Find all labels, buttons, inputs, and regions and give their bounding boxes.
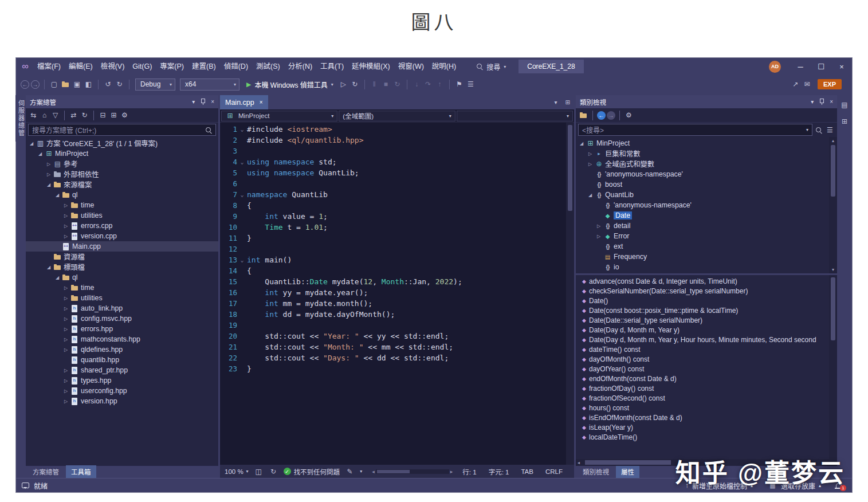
tree-item[interactable]: ▷version.cpp	[26, 231, 218, 241]
solution-name-chip[interactable]: CoreEXE_1_28	[519, 60, 583, 73]
code-line[interactable]: 18 int dd = mydate.dayOfMonth();	[220, 309, 566, 320]
scroll-left-icon[interactable]: ◂	[578, 459, 580, 466]
minimize-button[interactable]: ─	[790, 58, 811, 75]
solution-search-box[interactable]: 搜尋方案總管 (Ctrl+;)	[28, 124, 216, 136]
save-icon[interactable]: ▣	[72, 80, 82, 89]
properties-icon[interactable]: ⚙	[120, 111, 129, 120]
window-list-icon[interactable]: ⊞	[561, 99, 574, 105]
scrollbar-thumb[interactable]	[831, 277, 835, 340]
expander-closed-icon[interactable]: ▷	[45, 162, 53, 167]
hscroll-track[interactable]	[376, 469, 449, 474]
close-icon[interactable]: ×	[830, 99, 833, 105]
tree-item[interactable]: ◢⊞MinProject	[576, 138, 829, 148]
server-explorer-vertical-tab[interactable]: 伺服器總管	[15, 95, 27, 142]
editor-tab-maincpp[interactable]: Main.cpp ×	[220, 95, 268, 109]
menu-item[interactable]: 說明(H)	[428, 58, 460, 75]
feedback-icon[interactable]	[22, 483, 29, 488]
show-all-files-icon[interactable]: ⊞	[109, 111, 119, 120]
code-line[interactable]: 6	[220, 178, 566, 189]
list-options-icon[interactable]: ☰	[825, 125, 835, 135]
zoom-dropdown[interactable]: 100 % ▾	[225, 468, 249, 475]
maximize-button[interactable]: ☐	[811, 58, 831, 75]
expander-open-icon[interactable]: ◢	[578, 141, 586, 146]
project-dropdown[interactable]: ⊞ MinProject ▾	[221, 111, 337, 121]
tree-item[interactable]: ◢ql	[26, 272, 218, 283]
expander-closed-icon[interactable]: ▷	[62, 285, 70, 291]
menu-item[interactable]: 檔案(F)	[33, 58, 65, 75]
problems-indicator[interactable]: ✓ 找不到任何問題	[284, 467, 340, 476]
expander-open-icon[interactable]: ◢	[53, 275, 61, 280]
scrollbar-thumb[interactable]	[568, 125, 572, 211]
expander-closed-icon[interactable]: ▷	[586, 162, 594, 167]
scroll-down-icon[interactable]: ▾	[829, 267, 837, 272]
member-item[interactable]: ◆dayOfYear() const	[576, 364, 829, 374]
expander-open-icon[interactable]: ◢	[53, 193, 61, 198]
code-line[interactable]: 11}	[220, 233, 566, 244]
tree-item[interactable]: ▷time	[26, 283, 218, 293]
expander-closed-icon[interactable]: ▷	[62, 213, 70, 218]
tree-item[interactable]: ▷utilities	[26, 293, 218, 303]
step-out-icon[interactable]: ↑	[435, 80, 445, 89]
open-folder-icon[interactable]	[61, 80, 70, 89]
tree-item[interactable]: ▷types.hpp	[26, 375, 218, 386]
tree-item[interactable]: ▷⊕全域函式和變數	[576, 159, 829, 169]
fold-marker-icon[interactable]: ⌄	[237, 159, 247, 165]
redo-icon[interactable]: ↻	[115, 80, 124, 89]
member-item[interactable]: ◆Date(const boost::posix_time::ptime & l…	[576, 305, 829, 315]
tree-item[interactable]: ▤Frequency	[576, 252, 829, 262]
break-all-icon[interactable]: ‖	[370, 80, 379, 89]
task-list-icon[interactable]: ☰	[466, 80, 476, 89]
code-line[interactable]: 13⌄int main()	[220, 254, 566, 265]
bookmark-icon[interactable]: ⚑	[454, 80, 464, 89]
tree-item[interactable]: Main.cpp	[26, 241, 218, 252]
member-item[interactable]: ◆fractionOfDay() const	[576, 383, 829, 393]
fold-marker-icon[interactable]: ⌄	[237, 191, 247, 198]
sync-active-icon[interactable]: ⇄	[69, 111, 78, 120]
scroll-left-icon[interactable]: ◂	[372, 469, 375, 474]
expander-closed-icon[interactable]: ▷	[62, 399, 70, 404]
tree-item[interactable]: ◆Date	[576, 210, 829, 221]
expander-closed-icon[interactable]: ▷	[62, 296, 70, 301]
member-item[interactable]: ◆fractionOfSecond() const	[576, 393, 829, 403]
expander-closed-icon[interactable]: ▷	[62, 316, 70, 321]
expander-closed-icon[interactable]: ▷	[62, 368, 70, 373]
restart-icon[interactable]: ↻	[392, 80, 402, 89]
hscroll-thumb[interactable]	[377, 470, 410, 473]
chevron-down-icon[interactable]: ▾	[192, 99, 195, 105]
hot-reload-icon[interactable]: ↻	[350, 80, 360, 89]
code-line[interactable]: 2#include <ql/quantlib.hpp>	[220, 135, 566, 146]
member-list-scrollbar[interactable]	[829, 275, 837, 459]
expander-closed-icon[interactable]: ▷	[62, 378, 70, 383]
scroll-up-icon[interactable]: ▴	[829, 138, 837, 143]
code-line[interactable]: 21 std::cout << "Month: " << mm << std::…	[220, 342, 566, 352]
menu-item[interactable]: 專案(P)	[156, 58, 188, 75]
expander-closed-icon[interactable]: ▷	[62, 223, 70, 229]
nav-forward-icon[interactable]: →	[31, 80, 40, 89]
code-line[interactable]: 22 std::cout << "Days: " << dd << std::e…	[220, 352, 566, 363]
member-item[interactable]: ◆Date()	[576, 296, 829, 305]
tree-item[interactable]: ▷▤參考	[26, 159, 218, 169]
hscroll-thumb[interactable]	[585, 460, 671, 465]
menu-item[interactable]: 測試(S)	[252, 58, 284, 75]
code-line[interactable]: 16 int yy = mydate.year();	[220, 287, 566, 298]
tree-item[interactable]: ◢標頭檔	[26, 262, 218, 272]
code-line[interactable]: 1⌄#include <iostream>	[220, 124, 566, 135]
tree-item[interactable]: {}io	[576, 262, 829, 272]
exp-button[interactable]: EXP	[818, 79, 842, 89]
code-line[interactable]: 8{	[220, 200, 566, 211]
code-line[interactable]: 4⌄using namespace std;	[220, 156, 566, 167]
tree-item[interactable]: {}boost	[576, 179, 829, 190]
start-no-debug-icon[interactable]: ▷	[339, 80, 348, 89]
tree-item[interactable]: ◢⊞MinProject	[26, 148, 218, 159]
close-icon[interactable]: ×	[211, 99, 214, 105]
member-item[interactable]: ◆hours() const	[576, 403, 829, 413]
member-item[interactable]: ◆Date(Day d, Month m, Year y)	[576, 325, 829, 335]
step-over-icon[interactable]: ↷	[423, 80, 433, 89]
new-file-icon[interactable]: ▢	[49, 80, 59, 89]
scrollbar-thumb[interactable]	[831, 145, 835, 197]
forward-circle-icon[interactable]: →	[607, 111, 615, 120]
expander-closed-icon[interactable]: ▷	[62, 389, 70, 394]
expander-open-icon[interactable]: ◢	[45, 265, 53, 270]
expander-closed-icon[interactable]: ▷	[595, 234, 603, 239]
tree-item[interactable]: ▷{}detail	[576, 221, 829, 231]
